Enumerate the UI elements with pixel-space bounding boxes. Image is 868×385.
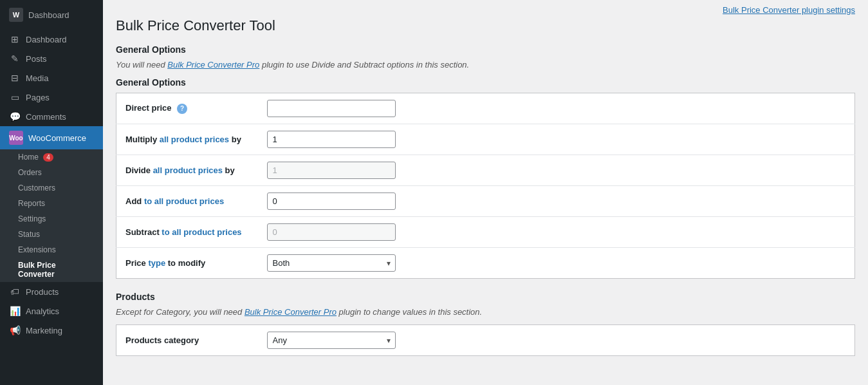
sidebar-item-label: Pages xyxy=(26,93,50,102)
multiply-input[interactable] xyxy=(267,131,396,148)
sidebar-item-label: Dashboard xyxy=(26,35,67,44)
sidebar-sub-item-customers[interactable]: Customers xyxy=(0,180,103,196)
sidebar-item-label: Marketing xyxy=(26,326,62,335)
sidebar-sub-item-settings[interactable]: Settings xyxy=(0,211,103,227)
divide-label-prefix: Divide xyxy=(125,165,153,175)
multiply-label-colored: all product prices xyxy=(160,135,229,144)
general-options-heading: General Options xyxy=(116,44,855,55)
sidebar-item-comments[interactable]: 💬 Comments xyxy=(0,107,103,126)
pages-icon: ▭ xyxy=(9,92,21,102)
table-row-add: Add to all product prices xyxy=(116,186,855,217)
table-row-subtract: Subtract to all product prices xyxy=(116,217,855,248)
top-bar: Bulk Price Converter plugin settings xyxy=(103,0,868,17)
comments-icon: 💬 xyxy=(9,111,21,122)
table-row-direct-price: Direct price ? xyxy=(116,93,855,124)
direct-price-input[interactable] xyxy=(267,100,396,117)
sidebar-item-label: Products xyxy=(26,287,59,297)
sidebar-sub-item-orders[interactable]: Orders xyxy=(0,165,103,180)
sidebar-logo[interactable]: W Dashboard xyxy=(0,0,103,30)
sidebar-sub-item-extensions[interactable]: Extensions xyxy=(0,242,103,258)
add-label-colored: to all product prices xyxy=(144,196,224,206)
general-options-table: Direct price ? Multiply all product pric… xyxy=(116,93,855,279)
price-type-select-wrapper: Both Regular price Sale price xyxy=(267,254,396,272)
price-type-select[interactable]: Both Regular price Sale price xyxy=(267,254,396,272)
products-category-select-wrapper: Any xyxy=(267,332,396,349)
notice-suffix: plugin to use Divide and Subtract option… xyxy=(259,60,469,70)
sidebar-sub-item-status[interactable]: Status xyxy=(0,227,103,242)
sidebar-sub-item-bulk-price-converter[interactable]: Bulk Price Converter xyxy=(0,258,103,282)
price-type-label-suffix: to modify xyxy=(165,258,205,268)
sidebar-item-label: Media xyxy=(26,73,48,83)
products-category-select[interactable]: Any xyxy=(267,332,396,349)
products-notice-suffix: plugin to change values in this section. xyxy=(337,307,482,317)
main-content: Bulk Price Converter plugin settings Bul… xyxy=(103,0,868,385)
divide-input[interactable] xyxy=(267,162,396,179)
divide-label-colored: all product prices xyxy=(153,165,223,175)
content-area: Bulk Price Converter Tool General Option… xyxy=(103,17,868,382)
notice-pro-link[interactable]: Bulk Price Converter Pro xyxy=(167,60,259,70)
sidebar-sub-item-home[interactable]: Home 4 xyxy=(0,149,103,165)
general-options-subheading: General Options xyxy=(116,77,855,88)
table-row-products-category: Products category Any xyxy=(116,325,855,356)
marketing-icon: 📢 xyxy=(9,325,21,335)
general-options-notice: You will need Bulk Price Converter Pro p… xyxy=(116,60,855,70)
multiply-label-prefix: Multiply xyxy=(125,135,160,144)
analytics-icon: 📊 xyxy=(9,306,21,316)
sidebar-item-products[interactable]: 🏷 Products xyxy=(0,282,103,301)
table-row-multiply: Multiply all product prices by xyxy=(116,124,855,155)
plugin-settings-link[interactable]: Bulk Price Converter plugin settings xyxy=(723,5,855,15)
add-input[interactable] xyxy=(267,192,396,210)
sidebar-item-pages[interactable]: ▭ Pages xyxy=(0,88,103,107)
woocommerce-icon: Woo xyxy=(9,131,23,145)
notice-prefix: You will need xyxy=(116,60,167,70)
divide-label-suffix: by xyxy=(223,165,235,175)
sidebar-item-posts[interactable]: ✎ Posts xyxy=(0,49,103,68)
products-icon: 🏷 xyxy=(9,286,21,297)
sidebar-item-analytics[interactable]: 📊 Analytics xyxy=(0,301,103,321)
woocommerce-submenu: Home 4 Orders Customers Reports Settings… xyxy=(0,149,103,282)
products-heading: Products xyxy=(116,292,855,302)
multiply-label-suffix: by xyxy=(229,135,241,144)
page-title: Bulk Price Converter Tool xyxy=(116,17,855,34)
media-icon: ⊟ xyxy=(9,73,21,83)
sidebar-item-dashboard[interactable]: ⊞ Dashboard xyxy=(0,30,103,49)
sidebar-logo-label: Dashboard xyxy=(28,10,69,20)
sidebar-item-label: Posts xyxy=(26,54,47,64)
price-type-label-prefix: Price xyxy=(125,258,148,268)
sidebar-item-marketing[interactable]: 📢 Marketing xyxy=(0,321,103,340)
subtract-label-prefix: Subtract xyxy=(125,227,162,237)
wp-logo-icon: W xyxy=(9,8,23,22)
home-badge: 4 xyxy=(43,153,53,162)
products-notice-prefix: Except for Category, you will need xyxy=(116,307,245,317)
sidebar-item-label: Comments xyxy=(26,112,66,122)
table-row-divide: Divide all product prices by xyxy=(116,155,855,186)
sidebar-sub-item-reports[interactable]: Reports xyxy=(0,196,103,211)
sidebar-item-label: WooCommerce xyxy=(28,133,86,143)
subtract-input[interactable] xyxy=(267,223,396,241)
add-label-prefix: Add xyxy=(125,196,144,206)
sidebar-item-media[interactable]: ⊟ Media xyxy=(0,68,103,88)
products-notice: Except for Category, you will need Bulk … xyxy=(116,307,855,317)
sidebar-item-label: Analytics xyxy=(26,306,59,316)
sidebar: W Dashboard ⊞ Dashboard ✎ Posts ⊟ Media … xyxy=(0,0,103,385)
table-row-price-type: Price type to modify Both Regular price … xyxy=(116,248,855,279)
subtract-label-colored: to all product prices xyxy=(162,227,241,237)
products-category-label: Products category xyxy=(125,335,199,345)
direct-price-help-icon[interactable]: ? xyxy=(177,104,187,114)
direct-price-label: Direct price xyxy=(125,103,172,113)
sidebar-item-woocommerce[interactable]: Woo WooCommerce xyxy=(0,126,103,149)
products-notice-pro-link[interactable]: Bulk Price Converter Pro xyxy=(245,307,337,317)
price-type-label-colored: type xyxy=(148,258,165,268)
posts-icon: ✎ xyxy=(9,53,21,64)
products-options-table: Products category Any xyxy=(116,324,855,356)
dashboard-icon: ⊞ xyxy=(9,34,21,44)
